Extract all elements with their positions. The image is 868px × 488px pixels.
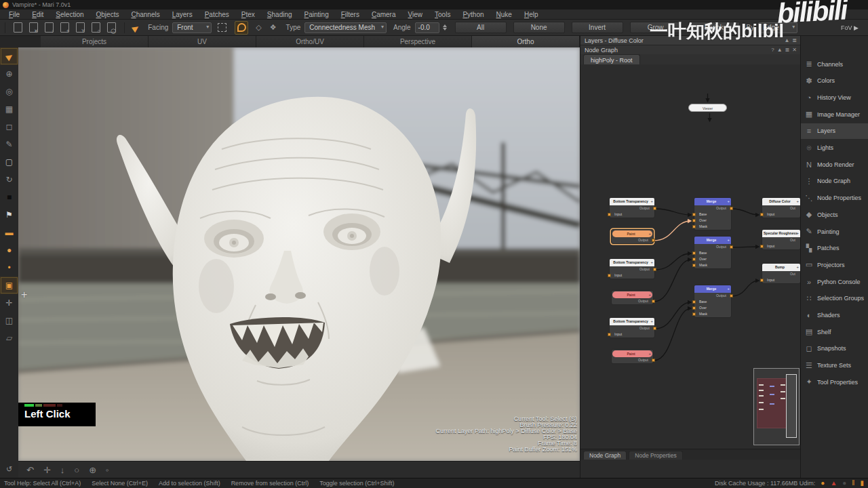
port-base[interactable] [692, 300, 696, 304]
node-bt3[interactable]: Bottom Transparency+OutputInput [609, 317, 655, 338]
zoom-add-tool[interactable]: ⊕ [0, 65, 18, 83]
menu-view[interactable]: View [402, 11, 429, 18]
pen-tool[interactable]: ✎ [0, 136, 18, 153]
layers-header-icon[interactable]: ≣ [792, 37, 797, 43]
node-graph-header-icon[interactable]: ✕ [792, 47, 797, 53]
facing-dropdown[interactable]: Front [172, 22, 212, 33]
port-input[interactable] [608, 333, 611, 336]
node-ch1[interactable]: Diffuse Color+OutInput [762, 197, 801, 218]
bottom-tab-node-properties[interactable]: Node Properties [629, 451, 682, 460]
close-project-icon[interactable]: ✕ [29, 22, 38, 33]
node-add-icon[interactable]: + [727, 198, 730, 205]
select-tool[interactable]: ▶ [0, 47, 18, 65]
angle-input[interactable]: -0.0 [415, 22, 439, 33]
node-add-icon[interactable]: + [796, 264, 799, 271]
port-output[interactable] [653, 268, 656, 271]
tab-projects[interactable]: Projects [41, 36, 149, 47]
menu-camera[interactable]: Camera [366, 11, 402, 18]
node-add-icon[interactable]: + [727, 237, 730, 244]
port-mask[interactable] [692, 264, 696, 267]
sidebar-item-painting[interactable]: ✎Painting [801, 224, 868, 239]
flag-tool[interactable]: ⚑ [0, 206, 18, 224]
node-paint2[interactable]: Paint+Output [611, 290, 654, 305]
menu-ptex[interactable]: Ptex [235, 11, 261, 18]
layers-header-icon[interactable]: ▲ [784, 37, 789, 43]
menu-filters[interactable]: Filters [335, 11, 366, 18]
port-input[interactable] [760, 213, 764, 216]
node-viewer[interactable]: Viewer [688, 104, 727, 112]
port-base[interactable] [692, 251, 696, 255]
node-ch3[interactable]: Bump+OutInput [762, 263, 801, 284]
sidebar-item-objects[interactable]: ◆Objects [801, 207, 868, 222]
node-graph-header-icon[interactable]: ? [771, 47, 774, 53]
move-tool[interactable]: ✛ [0, 294, 18, 312]
swatch-dark[interactable]: ■ [0, 188, 18, 206]
rotate-tool[interactable]: ↻ [0, 171, 18, 188]
import-object-icon[interactable]: + [60, 22, 69, 33]
port-over[interactable] [692, 306, 696, 310]
marquee-select-tool[interactable]: ◻ [0, 118, 18, 136]
sidebar-item-channels[interactable]: ≣Channels [801, 56, 868, 72]
node-merge3[interactable]: Merge+OutputBaseOverMask [694, 285, 732, 318]
sidebar-item-node-properties[interactable]: ⋱Node Properties [801, 190, 868, 206]
sidebar-item-lights[interactable]: ⌾Lights [801, 140, 868, 156]
port-output[interactable] [652, 359, 655, 362]
node-graph-panel-header[interactable]: Node Graph ?▲≣✕ [580, 45, 801, 55]
tab-ortho[interactable]: Ortho [472, 36, 580, 47]
history-nav-corner[interactable]: ↺ [0, 461, 18, 478]
sidebar-item-texture-sets[interactable]: ☰Texture Sets [801, 358, 868, 373]
node-add-icon[interactable]: + [648, 350, 651, 357]
menu-help[interactable]: Help [518, 11, 545, 18]
sidebar-item-projectors[interactable]: ▭Projectors [801, 257, 868, 272]
node-graph-canvas[interactable]: ViewerBottom Transparency+OutputInputPai… [580, 64, 801, 449]
node-paint1[interactable]: Paint+Output [611, 229, 654, 244]
home-icon[interactable]: ⌂ [92, 22, 100, 33]
new-project-icon[interactable] [14, 22, 22, 33]
angle-spinner[interactable] [443, 24, 447, 30]
zoom-fit-icon[interactable]: ⊕ [89, 465, 96, 475]
sidebar-item-layers[interactable]: ≡Layers [801, 123, 868, 139]
marquee-select-icon[interactable] [218, 23, 226, 32]
node-add-icon[interactable]: + [796, 198, 799, 205]
port-output[interactable] [652, 300, 655, 303]
polygon-select-icon[interactable]: ◇ [256, 23, 261, 32]
node-add-icon[interactable]: + [650, 259, 653, 266]
menu-edit[interactable]: Edit [26, 11, 50, 18]
sidebar-item-tool-properties[interactable]: ✦Tool Properties [801, 374, 868, 390]
port-over[interactable] [692, 258, 696, 261]
sidebar-item-shaders[interactable]: ◐Shaders [801, 308, 868, 323]
sidebar-item-image-manager[interactable]: ▦Image Manager [801, 106, 868, 122]
tab-uv[interactable]: UV [149, 36, 256, 47]
port-input[interactable] [760, 245, 764, 248]
graph-root-tab[interactable]: highPoly - Root [583, 54, 640, 65]
tab-ortho-uv[interactable]: Ortho/UV [256, 36, 364, 47]
node-bt1[interactable]: Bottom Transparency+OutputInput [609, 197, 655, 218]
bottom-tab-node-graph[interactable]: Node Graph [583, 451, 627, 460]
node-add-icon[interactable]: + [650, 318, 653, 325]
node-merge2[interactable]: Merge+OutputBaseOverMask [694, 236, 732, 269]
sidebar-item-colors[interactable]: ✽Colors [801, 73, 868, 89]
node-add-icon[interactable]: + [648, 291, 651, 298]
port-input[interactable] [760, 279, 764, 282]
shader-spheres-tool[interactable]: ● [0, 241, 18, 259]
branch-icon[interactable]: Y [76, 22, 85, 33]
node-graph-header-icon[interactable]: ▲ [777, 47, 783, 53]
menu-shading[interactable]: Shading [261, 11, 298, 18]
sidebar-item-python-console[interactable]: »Python Console [801, 274, 868, 289]
tab-perspective[interactable]: Perspective [364, 36, 472, 47]
paint-select-icon[interactable]: ❖ [270, 23, 277, 32]
paint-roller-tool[interactable]: ▬ [0, 224, 18, 241]
sidebar-item-patches[interactable]: ▚Patches [801, 241, 868, 256]
sidebar-item-node-graph[interactable]: ⋮Node Graph [801, 174, 868, 189]
focus-ring-icon[interactable]: ◦ [106, 465, 109, 475]
menu-layers[interactable]: Layers [166, 11, 199, 18]
port-over[interactable] [692, 219, 696, 222]
paint-dot-tool[interactable]: • [0, 259, 18, 277]
invert-button[interactable]: Invert [572, 22, 623, 33]
node-bt2[interactable]: Bottom Transparency+OutputInput [609, 258, 655, 279]
menu-selection[interactable]: Selection [50, 11, 90, 18]
mirror-tool[interactable]: ◫ [0, 312, 18, 329]
port-output[interactable] [652, 239, 655, 242]
port-output[interactable] [730, 294, 733, 298]
menu-patches[interactable]: Patches [199, 11, 235, 18]
